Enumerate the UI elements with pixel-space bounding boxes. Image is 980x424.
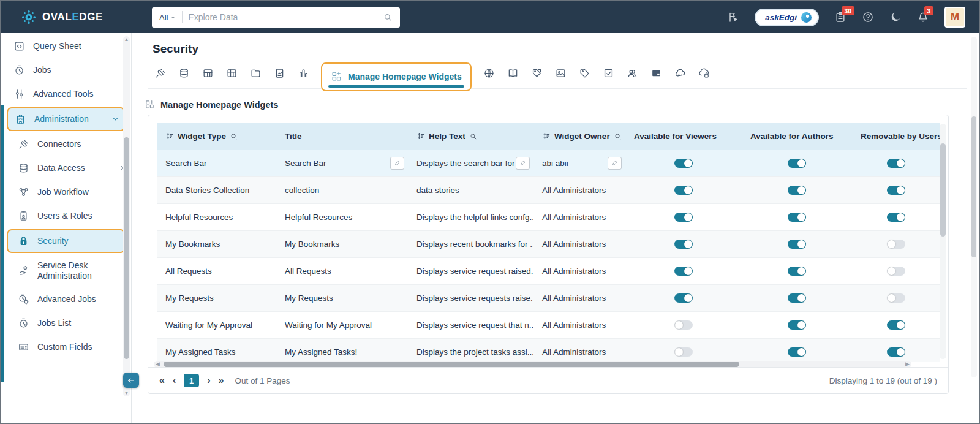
removable-toggle[interactable] (887, 347, 905, 357)
scroll-down-icon[interactable]: ▼ (123, 390, 130, 396)
search-scope-dropdown[interactable]: All (159, 13, 176, 22)
sidebar-item-service-desk-administration[interactable]: Service Desk Administration (1, 254, 131, 287)
viewers-toggle[interactable] (674, 213, 693, 222)
search-icon[interactable] (230, 132, 238, 140)
sort-icon[interactable] (417, 132, 425, 140)
sidebar-item-users-roles[interactable]: Users & Roles (1, 204, 131, 228)
table-row-my-assigned-tasks[interactable]: My Assigned TasksMy Assigned Tasks!Displ… (157, 338, 940, 362)
search-icon[interactable] (469, 132, 477, 140)
authors-toggle[interactable] (788, 267, 806, 276)
sidebar-item-jobs-list[interactable]: Jobs List (1, 311, 131, 335)
viewers-toggle[interactable] (674, 240, 693, 249)
sidebar-item-administration[interactable]: Administration (7, 107, 126, 131)
removable-toggle[interactable] (887, 213, 905, 222)
authors-toggle[interactable] (788, 186, 806, 195)
tab-crawler[interactable] (148, 67, 172, 79)
authors-toggle[interactable] (788, 213, 806, 222)
prev-page-button[interactable]: ‹ (173, 375, 176, 386)
dark-mode-button[interactable] (889, 11, 902, 23)
tab-panel[interactable] (644, 67, 668, 79)
search-icon[interactable] (614, 132, 622, 140)
page-scrollbar[interactable] (971, 37, 977, 377)
tab-globe[interactable] (477, 67, 501, 79)
table-row-all-requests[interactable]: All RequestsAll RequestsDisplays service… (157, 257, 940, 284)
sidebar-item-advanced-jobs[interactable]: Advanced Jobs (1, 287, 131, 311)
current-page-button[interactable]: 1 (184, 374, 199, 387)
authors-toggle[interactable] (788, 320, 806, 330)
askedgi-button[interactable]: askEdgi (755, 9, 819, 26)
removable-toggle[interactable] (887, 293, 905, 303)
next-page-button[interactable]: › (207, 375, 210, 386)
sort-icon[interactable] (542, 132, 551, 140)
removable-toggle[interactable] (887, 186, 905, 195)
tab-tag-document[interactable] (525, 67, 549, 79)
table-row-my-requests[interactable]: My RequestsMy RequestsDisplays service r… (157, 284, 940, 311)
removable-toggle[interactable] (887, 159, 905, 168)
authors-toggle[interactable] (788, 240, 806, 249)
last-page-button[interactable]: » (219, 375, 224, 386)
authors-toggle[interactable] (788, 347, 806, 357)
sidebar-item-security[interactable]: Security (7, 229, 126, 253)
bookmark-flag-icon[interactable] (727, 11, 739, 23)
help-button[interactable] (862, 11, 874, 23)
sidebar-item-advanced-tools[interactable]: Advanced Tools (1, 82, 131, 106)
sidebar-item-query-sheet[interactable]: Query Sheet (1, 34, 131, 58)
tab-database[interactable] (172, 67, 196, 79)
sidebar-scrollbar[interactable]: ▲ ▼ (123, 36, 130, 396)
first-page-button[interactable]: « (159, 375, 165, 386)
table-row-my-bookmarks[interactable]: My BookmarksMy BookmarksDisplays recent … (157, 230, 940, 257)
table-row-helpful-resources[interactable]: Helpful ResourcesHelpful ResourcesDispla… (157, 203, 940, 230)
table-scrollbar[interactable] (940, 124, 946, 359)
tab-users[interactable] (620, 67, 644, 79)
removable-toggle[interactable] (887, 267, 905, 276)
scroll-right-icon[interactable]: ▶ (905, 361, 910, 367)
page-scrollbar-thumb[interactable] (971, 116, 976, 257)
tab-table-columns[interactable] (220, 67, 244, 79)
viewers-toggle[interactable] (674, 267, 693, 276)
table-row-data-stories-collection[interactable]: Data Stories Collectioncollectiondata st… (157, 176, 940, 203)
sidebar-collapse-button[interactable] (123, 373, 139, 388)
sidebar-item-custom-fields[interactable]: Custom Fields (1, 335, 131, 359)
removable-toggle[interactable] (887, 240, 905, 249)
sidebar-item-job-workflow[interactable]: Job Workflow (1, 180, 131, 204)
ovaledge-logo[interactable]: OVALEDGE (21, 9, 103, 25)
edit-help-text-button[interactable] (516, 157, 530, 170)
table-row-waiting-for-my-approval[interactable]: Waiting for My ApprovalWaiting for My Ap… (157, 311, 940, 338)
user-avatar[interactable]: M (944, 7, 965, 28)
sidebar-item-data-access[interactable]: Data Access (1, 156, 131, 180)
tab-manage-homepage-widgets[interactable]: Manage Homepage Widgets (321, 62, 472, 91)
tab-report[interactable] (268, 67, 292, 79)
horizontal-scrollbar-thumb[interactable] (164, 362, 739, 367)
tasks-clipboard-button[interactable]: 30 (834, 11, 846, 23)
tab-tag[interactable] (573, 67, 597, 79)
viewers-toggle[interactable] (674, 320, 693, 330)
authors-toggle[interactable] (788, 293, 806, 303)
authors-toggle[interactable] (788, 159, 806, 168)
explore-data-search[interactable]: All Explore Data (152, 7, 400, 28)
scroll-left-icon[interactable]: ◀ (156, 361, 160, 367)
tab-chart[interactable] (292, 67, 315, 79)
sort-icon[interactable] (165, 132, 174, 140)
removable-toggle[interactable] (887, 320, 905, 330)
search-icon[interactable] (383, 12, 393, 22)
tab-image[interactable] (549, 67, 573, 79)
tab-table[interactable] (196, 67, 220, 79)
tab-book[interactable] (501, 67, 525, 79)
table-scrollbar-thumb[interactable] (940, 143, 946, 237)
viewers-toggle[interactable] (674, 347, 693, 357)
notifications-button[interactable]: 3 (917, 11, 929, 23)
sidebar-scrollbar-thumb[interactable] (124, 137, 129, 359)
table-row-search-bar[interactable]: Search BarSearch BarDisplays the search … (157, 150, 940, 176)
edit-title-button[interactable] (390, 157, 404, 170)
sidebar-item-connectors[interactable]: Connectors (1, 132, 131, 156)
sidebar-item-jobs[interactable]: Jobs (1, 58, 131, 82)
tab-folder[interactable] (244, 67, 268, 79)
tab-cloud-api-lock[interactable] (692, 67, 716, 79)
tab-cloud-api[interactable] (668, 67, 692, 79)
scroll-up-icon[interactable]: ▲ (123, 37, 130, 42)
edit-widget-owner-button[interactable] (608, 157, 622, 170)
viewers-toggle[interactable] (674, 186, 693, 195)
tab-checkbox[interactable] (597, 67, 620, 79)
viewers-toggle[interactable] (674, 293, 693, 303)
viewers-toggle[interactable] (674, 159, 693, 168)
